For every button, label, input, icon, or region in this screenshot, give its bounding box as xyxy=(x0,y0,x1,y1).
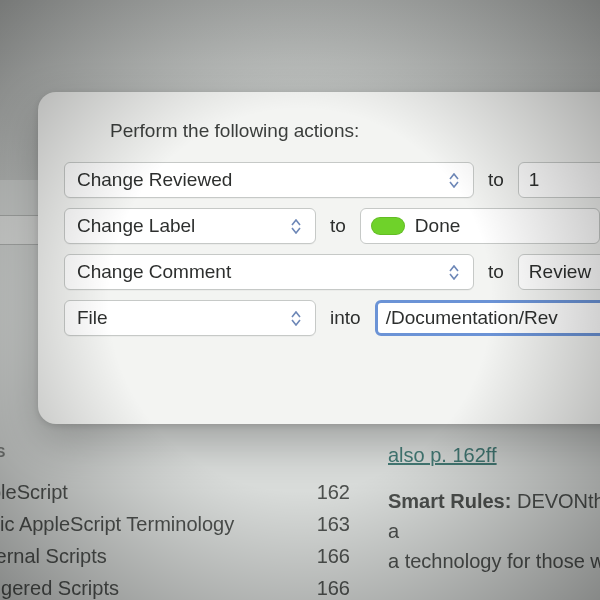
value-field-comment[interactable]: Review xyxy=(518,254,600,290)
section-heading: THIS xyxy=(0,444,6,460)
action-popup-reviewed[interactable]: Change Reviewed xyxy=(64,162,474,198)
connector-label: into xyxy=(330,307,361,329)
connector-label: to xyxy=(488,169,504,191)
value-field-reviewed[interactable]: 1 xyxy=(518,162,600,198)
background-content: THIS pleScript162 sic AppleScript Termin… xyxy=(0,430,600,600)
value-field-path[interactable]: /Documentation/Rev xyxy=(375,300,600,336)
toc-row: pleScript162 xyxy=(0,476,350,508)
chevron-updown-icon xyxy=(291,209,309,243)
action-popup-file[interactable]: File xyxy=(64,300,316,336)
chevron-updown-icon xyxy=(291,301,309,335)
sheet-title: Perform the following actions: xyxy=(110,120,600,142)
connector-label: to xyxy=(488,261,504,283)
toc: pleScript162 sic AppleScript Terminology… xyxy=(0,476,350,600)
toc-row: ternal Scripts166 xyxy=(0,540,350,572)
chevron-updown-icon xyxy=(449,163,467,197)
page-link[interactable]: also p. 162ff xyxy=(388,444,497,466)
toc-row: ggered Scripts166 xyxy=(0,572,350,600)
connector-label: to xyxy=(330,215,346,237)
chevron-updown-icon xyxy=(449,255,467,289)
action-popup-comment[interactable]: Change Comment xyxy=(64,254,474,290)
label-color-swatch xyxy=(371,217,405,235)
value-field-label[interactable]: Done xyxy=(360,208,600,244)
action-popup-label[interactable]: Change Label xyxy=(64,208,316,244)
actions-sheet: Perform the following actions: Change Re… xyxy=(38,92,600,424)
body-text: also p. 162ff Smart Rules: DEVONthink a … xyxy=(388,440,600,576)
toc-row: sic AppleScript Terminology163 xyxy=(0,508,350,540)
